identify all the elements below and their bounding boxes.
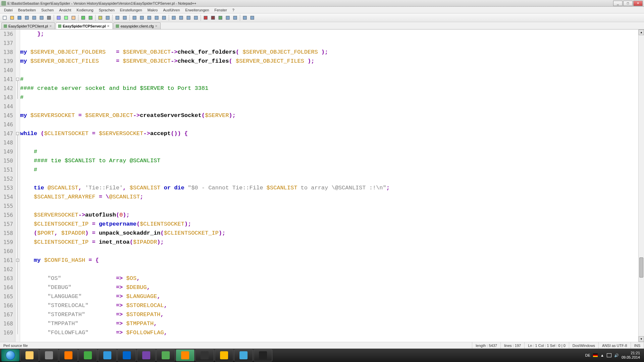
code-line[interactable]: # — [20, 147, 638, 156]
spell2-button[interactable] — [249, 14, 256, 21]
tab-close-icon[interactable]: ✕ — [49, 24, 53, 28]
playmulti-button[interactable] — [224, 14, 231, 21]
menu-erweiterungen[interactable]: Erweiterungen — [182, 7, 212, 13]
tab-close-icon[interactable]: ✕ — [107, 24, 110, 28]
taskbar-server[interactable] — [40, 349, 58, 361]
minimize-button[interactable]: _ — [613, 1, 623, 6]
code-line[interactable] — [20, 39, 638, 48]
scroll-up-button[interactable]: ▲ — [639, 29, 644, 35]
tray-clock[interactable]: 21:21 09.05.2014 — [622, 351, 640, 360]
taskbar-search[interactable] — [117, 349, 136, 361]
menu-bearbeiten[interactable]: Bearbeiten — [15, 7, 39, 13]
code-line[interactable] — [20, 265, 638, 274]
zoomin-button[interactable] — [114, 14, 121, 21]
spell-button[interactable] — [241, 14, 248, 21]
code-line[interactable]: $SERVERSOCKET->autoflush(0); — [20, 210, 638, 220]
code-line[interactable]: # — [20, 93, 638, 102]
tray-up-icon[interactable]: ▲ — [600, 353, 604, 357]
replace-button[interactable] — [104, 14, 111, 21]
code-line[interactable]: # — [20, 165, 638, 174]
taskbar-chrome[interactable] — [78, 349, 97, 361]
code-line[interactable] — [20, 138, 638, 147]
menu-ausführen[interactable]: Ausführen — [160, 7, 182, 13]
indent-button[interactable] — [146, 14, 153, 21]
new-button[interactable] — [1, 14, 8, 21]
taskbar-terminal[interactable] — [254, 349, 272, 361]
code-line[interactable]: }; — [20, 29, 638, 39]
code-line[interactable]: $SCANLIST_ARRAYREF = \@SCANLIST; — [20, 192, 638, 201]
taskbar-firefox[interactable] — [59, 349, 78, 361]
taskbar-eclipse[interactable] — [137, 349, 156, 361]
code-line[interactable]: "TMPPATH" => $TMPPATH, — [20, 319, 638, 328]
taskbar-mysql[interactable] — [215, 349, 233, 361]
code-line[interactable]: "OS" => $OS, — [20, 274, 638, 283]
scroll-down-button[interactable]: ▼ — [639, 336, 644, 342]
closeall-button[interactable] — [38, 14, 45, 21]
fold-column[interactable]: --- — [15, 29, 20, 342]
close-button[interactable] — [31, 14, 38, 21]
menu-einstellungen[interactable]: Einstellungen — [117, 7, 145, 13]
menu-sprachen[interactable]: Sprachen — [96, 7, 117, 13]
code-line[interactable]: "FOLLOWFLAG" => $FOLLOWFLAG, — [20, 328, 638, 337]
code-line[interactable]: $CLIENTSOCKET_IP = getpeername($CLIENTSO… — [20, 220, 638, 229]
code-line[interactable]: "DEBUG" => $DEBUG, — [20, 283, 638, 292]
save-button[interactable] — [16, 14, 23, 21]
code-line[interactable]: "STOREPATH" => $STOREPATH, — [20, 310, 638, 319]
record-button[interactable] — [202, 14, 209, 21]
open-button[interactable] — [9, 14, 15, 21]
tab-0[interactable]: EasySpiderTCPClient.pl✕ — [1, 22, 55, 29]
code-line[interactable]: ($PORT, $IPADDR) = unpack_sockaddr_in($C… — [20, 229, 638, 238]
wrap-button[interactable] — [131, 14, 138, 21]
taskbar-bat[interactable] — [195, 349, 214, 361]
comment-button[interactable] — [185, 14, 192, 21]
tab-2[interactable]: easyspider.client.cfg✕ — [113, 22, 161, 29]
hidepanel-button[interactable] — [170, 14, 177, 21]
code-line[interactable] — [20, 174, 638, 183]
find-button[interactable] — [97, 14, 104, 21]
allchars-button[interactable] — [139, 14, 145, 21]
copy-button[interactable] — [63, 14, 69, 21]
redo-button[interactable] — [87, 14, 94, 21]
tray-network-icon[interactable] — [607, 353, 611, 357]
menu-?[interactable]: ? — [230, 7, 237, 13]
tab-close-icon[interactable]: ✕ — [155, 24, 158, 28]
tab-1[interactable]: EasySpiderTCPServer.pl✕ — [56, 22, 113, 29]
code-line[interactable]: my $SERVERSOCKET = $SERVER_OBJECT->creat… — [20, 111, 638, 120]
code-line[interactable]: #### tie $SCANLIST to Array @SCANLIST — [20, 156, 638, 165]
code-line[interactable]: #### create server socket and bind $SERV… — [20, 84, 638, 93]
menu-kodierung[interactable]: Kodierung — [74, 7, 96, 13]
code-line[interactable] — [20, 66, 638, 75]
stop-button[interactable] — [210, 14, 216, 21]
taskbar-xampp[interactable] — [176, 349, 195, 361]
taskbar-shield[interactable] — [156, 349, 175, 361]
print-button[interactable] — [46, 14, 52, 21]
taskbar-cube[interactable] — [234, 349, 253, 361]
save-macro-button[interactable] — [232, 14, 238, 21]
close-button[interactable]: ✕ — [633, 1, 643, 6]
taskbar-ie[interactable] — [98, 349, 117, 361]
fold-button[interactable] — [153, 14, 160, 21]
saveall-button[interactable] — [23, 14, 30, 21]
unfold-button[interactable] — [161, 14, 167, 21]
fold-toggle-icon[interactable]: - — [16, 132, 19, 135]
code-line[interactable]: # — [20, 75, 638, 84]
code-line[interactable]: my $SERVER_OBJECT_FILES = $SERVER_OBJECT… — [20, 57, 638, 66]
code-line[interactable]: "STORELOCAL" => $STORELOCAL, — [20, 301, 638, 310]
code-line[interactable] — [20, 247, 638, 256]
menu-fenster[interactable]: Fenster — [212, 7, 229, 13]
editor-area[interactable]: 1361371381391401411421431441451461471481… — [0, 29, 644, 342]
maximize-button[interactable]: □ — [623, 1, 633, 6]
tray-language[interactable]: DE — [585, 353, 590, 357]
paste-button[interactable] — [70, 14, 77, 21]
undo-button[interactable] — [80, 14, 87, 21]
zoomout-button[interactable] — [121, 14, 128, 21]
code-line[interactable] — [20, 102, 638, 111]
fold-toggle-icon[interactable]: - — [16, 78, 19, 81]
code-line[interactable]: "LANGUAGE" => $LANGUAGE, — [20, 292, 638, 301]
code-line[interactable]: my $CONFIG_HASH = { — [20, 256, 638, 265]
menu-ansicht[interactable]: Ansicht — [56, 7, 74, 13]
taskbar-explorer[interactable] — [20, 349, 39, 361]
code-line[interactable] — [20, 120, 638, 129]
func-button[interactable] — [178, 14, 184, 21]
play-button[interactable] — [217, 14, 224, 21]
